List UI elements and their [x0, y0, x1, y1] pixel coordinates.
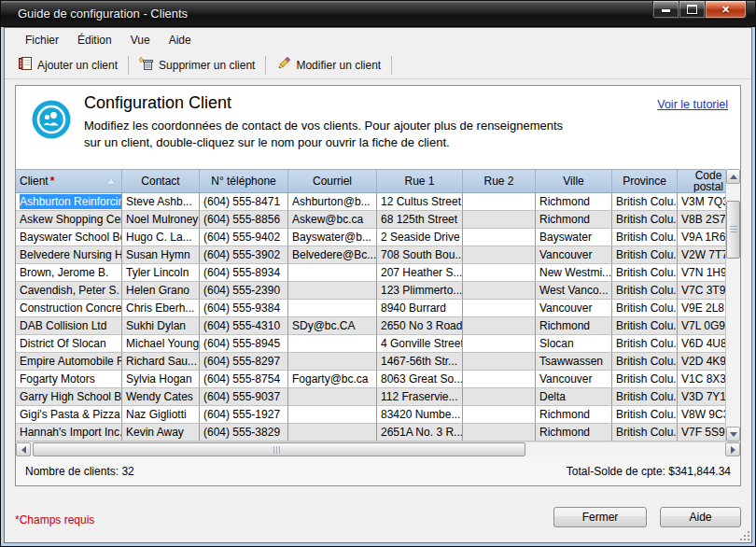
cell-rue1[interactable]: 83420 Numbe...: [377, 406, 463, 424]
table-row[interactable]: Cavendish, Peter S.Helen Grano(604) 555-…: [16, 282, 740, 300]
cell-rue2[interactable]: [463, 211, 536, 229]
cell-client[interactable]: Ashburton Reinforcing: [16, 193, 122, 211]
cell-contact[interactable]: Sukhi Dylan: [122, 317, 200, 335]
menu-aide[interactable]: Aide: [160, 30, 201, 50]
cell-contact[interactable]: Richard Sau...: [122, 353, 200, 371]
cell-rue1[interactable]: 12 Cultus Street: [377, 193, 463, 211]
cell-ville[interactable]: Vancouver: [536, 371, 612, 388]
cell-client[interactable]: Brown, Jerome B.: [16, 264, 122, 282]
cell-contact[interactable]: Helen Grano: [122, 282, 200, 300]
horizontal-scrollbar[interactable]: [16, 442, 740, 456]
cell-phone[interactable]: (604) 555-8297: [200, 353, 288, 371]
table-row[interactable]: Hannah's Import Inc.Kevin Away(604) 555-…: [16, 424, 740, 442]
column-header-rue1[interactable]: Rue 1: [377, 170, 463, 192]
delete-client-button[interactable]: Supprimer un client: [132, 53, 262, 77]
cell-ville[interactable]: Richmond: [536, 424, 612, 442]
cell-rue1[interactable]: 68 125th Street: [377, 211, 463, 229]
cell-phone[interactable]: (604) 555-1927: [200, 406, 288, 424]
cell-rue2[interactable]: [463, 353, 536, 371]
cell-courriel[interactable]: [288, 300, 377, 317]
cell-rue2[interactable]: [463, 335, 536, 353]
table-row[interactable]: Fogarty MotorsSylvia Hogan(604) 555-8754…: [16, 371, 740, 388]
cell-courriel[interactable]: [288, 406, 377, 424]
table-row[interactable]: Ashburton ReinforcingSteve Ashb...(604) …: [16, 193, 740, 211]
cell-province[interactable]: British Colu...: [612, 388, 678, 406]
cell-contact[interactable]: Naz Gigliotti: [122, 406, 200, 424]
close-dialog-button[interactable]: Fermer: [553, 507, 647, 527]
table-row[interactable]: DAB Collision LtdSukhi Dylan(604) 555-43…: [16, 317, 740, 335]
cell-rue1[interactable]: 2 Seaside Drive: [377, 229, 463, 246]
cell-contact[interactable]: Hugo C. La...: [122, 229, 200, 246]
cell-phone[interactable]: (604) 555-8471: [200, 193, 288, 211]
cell-client[interactable]: Gigi's Pasta & Pizza: [16, 406, 122, 424]
cell-province[interactable]: British Colu...: [612, 229, 678, 246]
cell-contact[interactable]: Susan Hymn: [122, 246, 200, 264]
cell-phone[interactable]: (604) 555-8934: [200, 264, 288, 282]
cell-rue1[interactable]: 4 Gonville Street: [377, 335, 463, 353]
cell-rue2[interactable]: [463, 424, 536, 442]
cell-client[interactable]: Bayswater School Bo...: [16, 229, 122, 246]
cell-rue2[interactable]: [463, 300, 536, 317]
table-row[interactable]: Empire Automobile R...Richard Sau...(604…: [16, 353, 740, 371]
cell-client[interactable]: DAB Collision Ltd: [16, 317, 122, 335]
cell-rue1[interactable]: 2651A No. 3 R...: [377, 424, 463, 442]
cell-phone[interactable]: (604) 555-8754: [200, 371, 288, 388]
cell-province[interactable]: British Colu...: [612, 211, 678, 229]
cell-rue2[interactable]: [463, 282, 536, 300]
cell-courriel[interactable]: Bayswater@b...: [288, 229, 377, 246]
cell-client[interactable]: Empire Automobile R...: [16, 353, 122, 371]
cell-ville[interactable]: New Westmi...: [536, 264, 612, 282]
cell-courriel[interactable]: [288, 424, 377, 442]
cell-rue1[interactable]: 8940 Burrard: [377, 300, 463, 317]
cell-ville[interactable]: Richmond: [536, 317, 612, 335]
cell-client[interactable]: Construction Concre...: [16, 300, 122, 317]
column-header-courriel[interactable]: Courriel: [288, 170, 377, 192]
cell-rue2[interactable]: [463, 406, 536, 424]
vertical-scrollbar[interactable]: [725, 169, 740, 442]
cell-ville[interactable]: Bayswater: [536, 229, 612, 246]
cell-province[interactable]: British Colu...: [612, 282, 678, 300]
cell-ville[interactable]: Slocan: [536, 335, 612, 353]
scroll-left-button[interactable]: [16, 442, 31, 456]
cell-contact[interactable]: Tyler Lincoln: [122, 264, 200, 282]
cell-contact[interactable]: Chris Eberh...: [122, 300, 200, 317]
cell-courriel[interactable]: Belvedere@Bc...: [288, 246, 377, 264]
cell-phone[interactable]: (604) 555-9384: [200, 300, 288, 317]
cell-ville[interactable]: Delta: [536, 388, 612, 406]
cell-province[interactable]: British Colu...: [612, 335, 678, 353]
menu-fichier[interactable]: Fichier: [16, 30, 68, 50]
cell-courriel[interactable]: Fogarty@bc.ca: [288, 371, 377, 388]
cell-rue2[interactable]: [463, 193, 536, 211]
cell-province[interactable]: British Colu...: [612, 193, 678, 211]
table-row[interactable]: Askew Shopping Cen...Noel Mulroney(604) …: [16, 211, 740, 229]
close-button[interactable]: ✕: [705, 1, 747, 19]
cell-ville[interactable]: West Vanco...: [536, 282, 612, 300]
cell-contact[interactable]: Kevin Away: [122, 424, 200, 442]
cell-phone[interactable]: (604) 555-3902: [200, 246, 288, 264]
tutorial-link[interactable]: Voir le tutoriel: [657, 98, 728, 111]
cell-client[interactable]: Cavendish, Peter S.: [16, 282, 122, 300]
cell-client[interactable]: District Of Slocan: [16, 335, 122, 353]
cell-contact[interactable]: Noel Mulroney: [122, 211, 200, 229]
table-row[interactable]: Belvedere Nursing H...Susan Hymn(604) 55…: [16, 246, 740, 264]
column-header-rue2[interactable]: Rue 2: [463, 170, 536, 192]
cell-rue1[interactable]: 112 Fraservie...: [377, 388, 463, 406]
table-row[interactable]: Brown, Jerome B.Tyler Lincoln(604) 555-8…: [16, 264, 740, 282]
menu-edition[interactable]: Édition: [68, 30, 121, 50]
scroll-up-button[interactable]: [726, 169, 740, 184]
cell-province[interactable]: British Colu...: [612, 424, 678, 442]
titlebar[interactable]: Guide de configuration - Clients ✕: [1, 1, 755, 27]
cell-client[interactable]: Belvedere Nursing H...: [16, 246, 122, 264]
column-header-client[interactable]: Client*: [16, 170, 122, 192]
cell-contact[interactable]: Wendy Cates: [122, 388, 200, 406]
cell-phone[interactable]: (604) 555-9037: [200, 388, 288, 406]
cell-contact[interactable]: Michael Young: [122, 335, 200, 353]
cell-province[interactable]: British Colu...: [612, 406, 678, 424]
cell-rue2[interactable]: [463, 246, 536, 264]
cell-province[interactable]: British Colu...: [612, 317, 678, 335]
cell-province[interactable]: British Colu...: [612, 353, 678, 371]
cell-rue2[interactable]: [463, 229, 536, 246]
cell-courriel[interactable]: [288, 388, 377, 406]
cell-courriel[interactable]: Askew@bc.ca: [288, 211, 377, 229]
cell-rue2[interactable]: [463, 388, 536, 406]
